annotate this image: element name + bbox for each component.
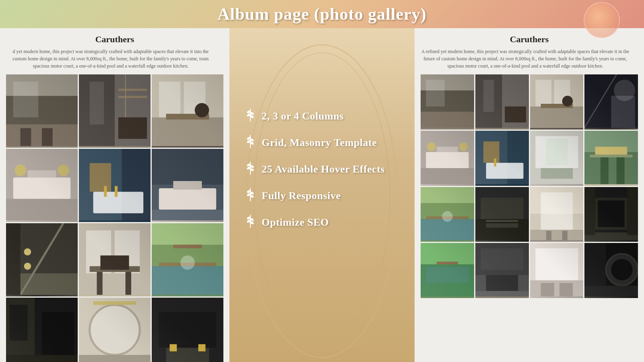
svg-rect-114 [421, 131, 474, 184]
svg-rect-168 [535, 249, 578, 281]
svg-rect-66 [159, 312, 216, 348]
photo-cell[interactable] [475, 243, 529, 298]
svg-point-24 [58, 165, 69, 176]
svg-rect-6 [79, 74, 151, 146]
svg-rect-59 [6, 355, 78, 362]
photo-cell[interactable] [79, 298, 151, 362]
svg-rect-101 [483, 80, 494, 112]
svg-rect-44 [86, 230, 111, 274]
photo-cell[interactable] [6, 74, 78, 148]
svg-rect-135 [421, 187, 474, 219]
svg-rect-40 [6, 223, 21, 295]
photo-cell[interactable] [475, 74, 529, 130]
svg-rect-149 [546, 230, 551, 240]
photo-cell[interactable] [152, 74, 223, 148]
svg-rect-0 [6, 74, 78, 146]
svg-rect-162 [475, 243, 529, 296]
svg-rect-49 [100, 255, 129, 270]
feature-label-hover: 25 Available Hover Effects [262, 163, 385, 175]
svg-rect-36 [152, 210, 223, 220]
svg-rect-64 [93, 301, 136, 305]
svg-rect-56 [6, 298, 78, 362]
svg-rect-55 [173, 245, 202, 248]
svg-rect-26 [79, 149, 122, 220]
feature-label-masonry: Grid, Masonry Template [262, 137, 377, 149]
photo-cell[interactable] [152, 298, 223, 362]
photo-cell[interactable] [421, 243, 474, 298]
svg-rect-100 [475, 74, 502, 128]
svg-rect-20 [13, 177, 70, 199]
svg-rect-35 [173, 181, 202, 189]
photo-cell[interactable] [421, 74, 474, 130]
photo-cell[interactable] [530, 243, 584, 298]
photo-cell[interactable] [79, 223, 151, 296]
svg-rect-4 [21, 128, 31, 146]
svg-rect-105 [535, 80, 551, 106]
svg-rect-126 [535, 136, 578, 168]
photo-cell[interactable] [421, 131, 474, 186]
svg-rect-129 [584, 131, 638, 184]
svg-rect-169 [530, 280, 584, 296]
svg-rect-159 [426, 267, 469, 283]
svg-rect-103 [530, 74, 584, 128]
svg-rect-139 [421, 187, 474, 203]
svg-rect-15 [159, 82, 180, 117]
svg-rect-147 [541, 192, 573, 235]
svg-rect-31 [115, 186, 118, 197]
photo-cell[interactable] [475, 187, 529, 242]
svg-point-18 [195, 103, 209, 117]
photo-cell[interactable] [530, 187, 584, 242]
svg-rect-28 [122, 149, 151, 220]
photo-cell[interactable] [530, 131, 584, 186]
svg-rect-117 [421, 168, 474, 184]
feature-item-seo: Optimize SEO [246, 215, 398, 230]
right-gallery-panel: Caruthers A refined yet modern home, thi… [415, 28, 644, 362]
photo-cell[interactable] [584, 243, 638, 298]
feature-list: 2, 3 or 4 Columns Grid, Masonry Template [237, 109, 407, 241]
svg-rect-16 [184, 82, 205, 117]
photo-cell[interactable] [421, 187, 474, 242]
svg-rect-150 [562, 230, 567, 240]
photo-cell[interactable] [475, 131, 529, 186]
wheat-icon-1 [246, 109, 257, 124]
svg-rect-172 [584, 243, 638, 296]
photo-cell[interactable] [6, 298, 78, 362]
svg-rect-106 [554, 80, 570, 106]
svg-rect-63 [79, 355, 151, 362]
photo-cell[interactable] [79, 74, 151, 148]
svg-point-42 [24, 263, 31, 270]
photo-cell[interactable] [584, 187, 638, 242]
photo-cell[interactable] [530, 74, 584, 130]
svg-rect-11 [118, 117, 147, 139]
header-decoration [584, 2, 620, 38]
photo-cell[interactable] [6, 223, 78, 296]
svg-rect-60 [42, 312, 74, 355]
svg-rect-176 [584, 286, 638, 296]
feature-label-seo: Optimize SEO [262, 216, 329, 228]
photo-cell[interactable] [152, 223, 223, 296]
svg-rect-104 [530, 107, 584, 128]
svg-rect-165 [475, 291, 529, 296]
photo-cell[interactable] [79, 149, 151, 222]
svg-rect-109 [584, 74, 638, 128]
svg-point-119 [459, 142, 468, 151]
svg-rect-2 [13, 82, 38, 117]
svg-rect-151 [584, 187, 638, 241]
photo-cell[interactable] [152, 149, 223, 222]
svg-rect-123 [486, 162, 523, 179]
svg-rect-25 [79, 149, 151, 220]
photo-cell[interactable] [6, 149, 78, 222]
feature-item-columns: 2, 3 or 4 Columns [246, 109, 398, 124]
svg-rect-107 [541, 104, 573, 108]
svg-rect-128 [546, 139, 567, 165]
svg-rect-68 [170, 344, 177, 352]
photo-cell[interactable] [584, 74, 638, 130]
svg-point-41 [24, 248, 31, 255]
svg-rect-1 [6, 96, 78, 124]
svg-rect-155 [584, 187, 595, 235]
photo-cell[interactable] [584, 131, 638, 186]
svg-rect-22 [6, 199, 78, 220]
center-feature-panel: 2, 3 or 4 Columns Grid, Masonry Template [229, 28, 415, 362]
svg-rect-120 [475, 131, 529, 184]
svg-point-174 [606, 254, 638, 286]
